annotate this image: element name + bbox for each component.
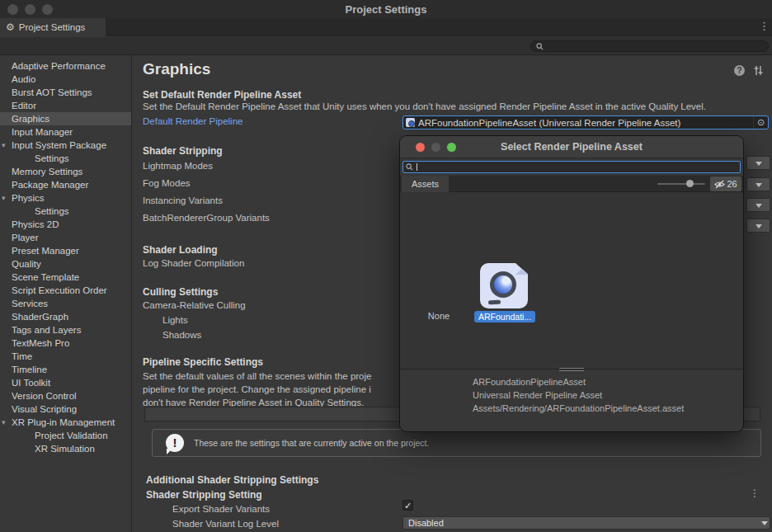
help-icon[interactable]: ? xyxy=(734,65,745,76)
render-pipeline-asset-icon xyxy=(480,263,528,308)
export-shader-variants-label: Export Shader Variants xyxy=(172,504,270,514)
more-options-icon[interactable]: ⋮ xyxy=(750,487,760,499)
chevron-down-icon[interactable]: ▾ xyxy=(2,416,6,429)
export-shader-variants-checkbox[interactable]: ✓ xyxy=(402,500,413,511)
dialog-window-controls xyxy=(416,143,456,152)
sidebar-item-label: Project Validation xyxy=(35,431,108,440)
sidebar-item-script-execution-order[interactable]: Script Execution Order xyxy=(0,284,131,297)
sidebar-item-version-control[interactable]: Version Control xyxy=(0,389,131,403)
additional-stripping-title: Additional Shader Stripping Settings xyxy=(146,474,318,486)
sidebar-item-graphics[interactable]: Graphics xyxy=(0,112,131,125)
maximize-button[interactable] xyxy=(447,143,456,152)
culling-rows: Camera-Relative CullingLightsShadows xyxy=(143,298,246,342)
setting-row-camera-relative-culling: Camera-Relative Culling xyxy=(143,298,246,313)
sidebar-item-label: XR Simulation xyxy=(35,444,95,454)
dropdown-stub[interactable] xyxy=(746,177,770,191)
tab-assets[interactable]: Assets xyxy=(402,176,449,192)
chevron-down-icon xyxy=(756,204,762,208)
info-exclamation-icon: ! xyxy=(166,434,184,452)
sidebar-item-services[interactable]: Services xyxy=(0,297,131,310)
sidebar-item-textmesh-pro[interactable]: TextMesh Pro xyxy=(0,337,131,350)
thumbnail-zoom-slider[interactable] xyxy=(657,183,705,185)
sidebar-item-input-manager[interactable]: Input Manager xyxy=(0,125,131,139)
asset-item-none[interactable]: None xyxy=(413,308,464,322)
sidebar-item-player[interactable]: Player xyxy=(0,231,131,244)
sidebar-item-quality[interactable]: Quality xyxy=(0,257,131,271)
render-pipeline-object-value: ARFoundationPipelineAsset (Universal Ren… xyxy=(418,118,680,128)
set-default-desc: Set the Default Render Pipeline Asset th… xyxy=(143,101,706,111)
render-pipeline-object-field[interactable]: ARFoundationPipelineAsset (Universal Ren… xyxy=(402,115,769,129)
dialog-titlebar: Select Render Pipeline Asset xyxy=(400,136,743,158)
chevron-down-icon xyxy=(756,183,762,187)
sidebar-item-label: Preset Manager xyxy=(12,246,79,256)
panel-header-icons: ? xyxy=(734,65,764,76)
asset-item-arfoundati[interactable]: ARFoundati... xyxy=(474,263,534,323)
sidebar-item-physics[interactable]: ▾Physics xyxy=(0,191,131,205)
sidebar-item-scene-template[interactable]: Scene Template xyxy=(0,271,131,284)
sidebar-item-burst-aot-settings[interactable]: Burst AOT Settings xyxy=(0,86,131,99)
shader-variant-log-level-select[interactable]: Disabled xyxy=(402,516,770,530)
sidebar-item-label: Visual Scripting xyxy=(12,404,77,414)
dropdown-stub[interactable] xyxy=(746,198,770,212)
sidebar-item-audio[interactable]: Audio xyxy=(0,73,131,86)
setting-row-instancing-variants: Instancing Variants xyxy=(143,192,270,210)
sidebar-item-label: UI Toolkit xyxy=(12,378,50,388)
sidebar-item-tags-and-layers[interactable]: Tags and Layers xyxy=(0,323,131,337)
sidebar-item-editor[interactable]: Editor xyxy=(0,99,131,112)
sidebar-item-package-manager[interactable]: Package Manager xyxy=(0,178,131,191)
default-render-pipeline-label: Default Render Pipeline xyxy=(143,116,242,126)
sidebar-item-settings[interactable]: Settings xyxy=(0,205,131,218)
sidebar-item-label: Editor xyxy=(12,101,36,111)
sidebar-item-label: TextMesh Pro xyxy=(12,338,69,348)
asset-search-input[interactable] xyxy=(402,161,741,173)
sidebar-item-label: Script Execution Order xyxy=(12,285,107,295)
sidebar-item-visual-scripting[interactable]: Visual Scripting xyxy=(0,403,131,416)
sidebar-item-memory-settings[interactable]: Memory Settings xyxy=(0,165,131,178)
asset-detail-line: Universal Render Pipeline Asset xyxy=(473,388,684,402)
resize-handle[interactable] xyxy=(559,368,584,373)
dropdown-stub[interactable] xyxy=(746,156,770,170)
pipeline-asset-mini-icon xyxy=(406,118,415,127)
sidebar-item-label: Version Control xyxy=(12,391,77,401)
sidebar-item-project-validation[interactable]: Project Validation xyxy=(0,429,131,442)
project-settings-window: Project Settings ⚙ Project Settings ⋮ Ad… xyxy=(0,0,772,532)
sidebar-item-settings[interactable]: Settings xyxy=(0,152,131,165)
sidebar-item-ui-toolkit[interactable]: UI Toolkit xyxy=(0,376,131,389)
tab-menu-icon[interactable]: ⋮ xyxy=(759,20,770,32)
setting-row-lightmap-modes: Lightmap Modes xyxy=(143,158,270,175)
preset-sliders-icon[interactable] xyxy=(753,65,764,76)
shader-stripping-title: Shader Stripping xyxy=(143,145,223,157)
close-button[interactable] xyxy=(416,143,425,152)
sidebar-item-label: Input Manager xyxy=(12,127,73,137)
search-icon xyxy=(536,43,544,50)
sidebar-item-xr-plug-in-management[interactable]: ▾XR Plug-in Management xyxy=(0,416,131,429)
minimize-button[interactable] xyxy=(431,143,440,152)
sidebar-item-label: Memory Settings xyxy=(12,167,82,177)
sidebar-item-label: Physics 2D xyxy=(12,219,59,229)
sidebar-item-preset-manager[interactable]: Preset Manager xyxy=(0,244,131,257)
slider-thumb[interactable] xyxy=(686,180,694,187)
object-picker-icon[interactable]: ⊙ xyxy=(753,116,768,129)
dropdown-stub[interactable] xyxy=(746,219,770,233)
hidden-packages-toggle[interactable]: 26 xyxy=(710,177,741,191)
sidebar-item-shadergraph[interactable]: ShaderGraph xyxy=(0,310,131,323)
page-title: Graphics xyxy=(143,60,210,78)
settings-search-input[interactable] xyxy=(530,40,769,52)
sidebar-item-label: Quality xyxy=(12,259,41,269)
sidebar-item-xr-simulation[interactable]: XR Simulation xyxy=(0,442,131,455)
sidebar-item-adaptive-performance[interactable]: Adaptive Performance xyxy=(0,59,131,73)
asset-detail-line: ARFoundationPipelineAsset xyxy=(473,375,684,388)
sidebar-item-timeline[interactable]: Timeline xyxy=(0,363,131,376)
chevron-down-icon[interactable]: ▾ xyxy=(2,191,6,205)
sidebar-item-physics-2d[interactable]: Physics 2D xyxy=(0,218,131,231)
chevron-down-icon xyxy=(761,521,768,525)
sidebar-item-time[interactable]: Time xyxy=(0,350,131,363)
sidebar-item-input-system-package[interactable]: ▾Input System Package xyxy=(0,139,131,152)
tab-label: Project Settings xyxy=(19,22,86,32)
gear-icon: ⚙ xyxy=(6,22,15,32)
chevron-down-icon[interactable]: ▾ xyxy=(2,139,6,152)
chevron-down-icon xyxy=(756,162,762,166)
tab-project-settings[interactable]: ⚙ Project Settings xyxy=(0,18,106,36)
settings-toolbar xyxy=(0,37,772,55)
sidebar-item-label: Burst AOT Settings xyxy=(12,87,92,97)
